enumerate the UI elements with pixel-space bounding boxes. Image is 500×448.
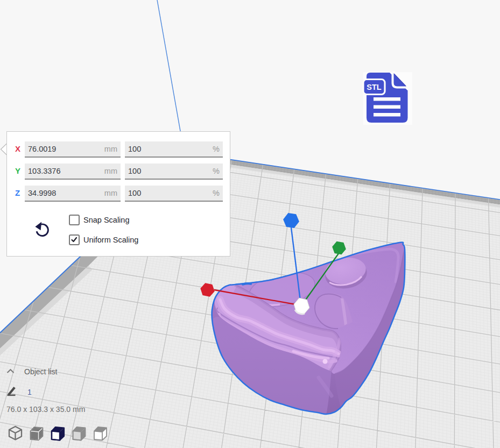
- svg-text:STL: STL: [367, 83, 382, 91]
